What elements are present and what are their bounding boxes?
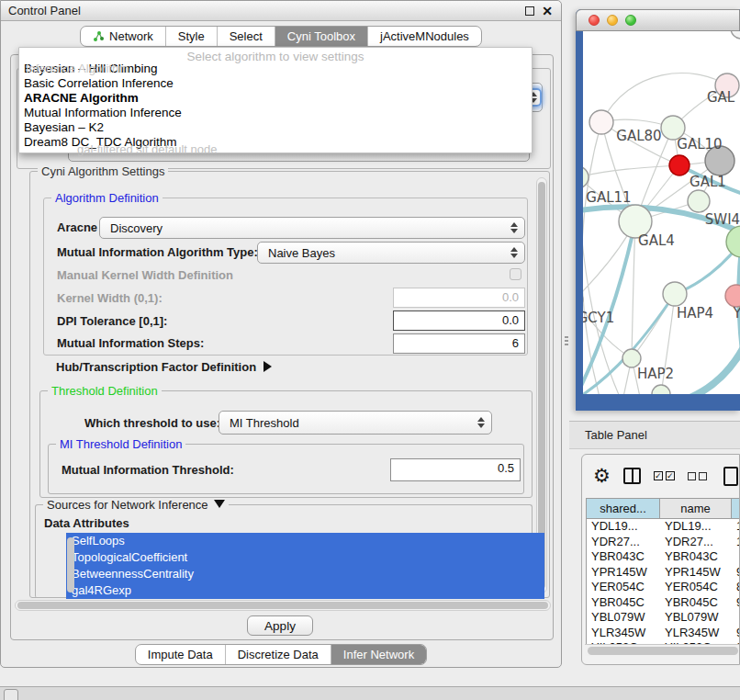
network-node[interactable] (731, 31, 740, 39)
control-panel-title: Control Panel (1, 4, 81, 17)
sources-title[interactable]: Sources for Network Inference (43, 498, 229, 512)
control-panel-titlebar[interactable]: Control Panel ✕ (1, 1, 561, 21)
network-graph: GALGAL80GAL10GAL1GAL11GAL4SWI4HAP4YGCY1H… (583, 31, 740, 394)
tab-discretize-data[interactable]: Discretize Data (226, 645, 331, 664)
algorithm-option[interactable]: Bayesian – Hill Climbing (19, 62, 532, 76)
algorithm-dropdown-popup: Select algorithm to view settings Bayesi… (18, 47, 533, 153)
network-node[interactable] (622, 349, 641, 367)
network-node[interactable] (663, 282, 687, 306)
attribute-list-item[interactable]: SelfLoops (66, 533, 544, 549)
network-node[interactable] (725, 285, 740, 307)
table-row[interactable]: YER054CYER054C8. (587, 580, 740, 595)
kernel-width-label: Kernel Width (0,1): (57, 291, 163, 305)
algorithm-option[interactable]: Dream8 DC_TDC Algorithm (19, 135, 532, 150)
table-row[interactable]: YLR345WYLR345W9. (587, 626, 740, 641)
attribute-list-item[interactable]: TopologicalCoefficient (66, 549, 544, 566)
data-attributes-list[interactable]: SelfLoopsTopologicalCoefficientBetweenne… (66, 533, 544, 599)
network-view-titlebar[interactable] (576, 9, 740, 31)
document-icon[interactable] (723, 467, 738, 486)
settings-vertical-scrollbar[interactable] (536, 177, 547, 593)
manual-kernel-checkbox[interactable] (510, 268, 521, 280)
float-window-icon[interactable] (525, 6, 534, 16)
table-cell: YDL19... (587, 519, 660, 535)
tab-style[interactable]: Style (166, 27, 218, 46)
table-cell: YLR345W (660, 626, 732, 641)
table-row[interactable]: YBR045CYBR045C9. (587, 595, 740, 611)
bottom-tabbar: Impute Data Discretize Data Infer Networ… (1, 644, 561, 665)
tab-jactivemnodules[interactable]: jActiveMNodules (368, 27, 481, 46)
table-row[interactable]: YPR145WYPR145W9. (587, 565, 740, 581)
mi-threshold-field[interactable]: 0.5 (390, 458, 521, 481)
unchecked-boxes-icon[interactable] (688, 472, 707, 480)
collapsed-panel-icon[interactable] (4, 689, 18, 700)
close-icon[interactable]: ✕ (542, 6, 553, 16)
table-row[interactable]: YBR043CYBR043C (587, 549, 740, 565)
table-panel-titlebar[interactable]: Table Panel (569, 421, 740, 449)
checked-boxes-icon[interactable]: ✓✓ (654, 471, 675, 480)
cyni-toolbox-page: Inference Algorithm gal-filtered sif def… (10, 54, 554, 640)
settings-horizontal-scrollbar[interactable] (15, 600, 551, 611)
screen: Control Panel ✕ Network Style Select C (0, 0, 740, 700)
table-row[interactable]: YDR27...YDR27...12 (587, 535, 740, 550)
attribute-list-item[interactable]: BetweennessCentrality (66, 566, 544, 582)
combo-up-arrow (510, 222, 518, 227)
gear-icon[interactable]: ⚙ (593, 467, 611, 485)
aracne-mode-combobox[interactable]: Discovery (99, 217, 525, 239)
splitpane-divider-grip[interactable] (565, 336, 568, 345)
hub-definition-label: Hub/Transcription Factor Definition (56, 360, 256, 374)
scrollbar-thumb[interactable] (588, 647, 738, 655)
tab-impute-data[interactable]: Impute Data (136, 645, 226, 664)
algorithm-option[interactable]: ARACNE Algorithm (19, 91, 532, 106)
split-columns-icon[interactable] (623, 468, 641, 484)
tab-select[interactable]: Select (218, 27, 275, 46)
network-node[interactable] (688, 190, 710, 212)
tab-cyni-toolbox[interactable]: Cyni Toolbox (275, 27, 368, 46)
network-node[interactable] (669, 155, 690, 175)
combo-down-arrow (477, 423, 485, 428)
network-node[interactable] (589, 110, 613, 134)
algorithm-option[interactable]: Basic Correlation Inference (19, 76, 532, 91)
tab-infer-network[interactable]: Infer Network (331, 645, 426, 664)
attribute-list-item[interactable]: gal4RGexp (66, 582, 544, 599)
table-horizontal-scrollbar[interactable] (585, 644, 740, 656)
scrollbar-thumb[interactable] (538, 182, 545, 589)
combo-down-arrow (510, 229, 518, 233)
close-traffic-light[interactable] (589, 15, 600, 26)
zoom-traffic-light[interactable] (625, 15, 636, 26)
network-edge[interactable] (583, 122, 601, 394)
tab-label: Cyni Toolbox (287, 29, 355, 43)
network-edge[interactable] (583, 299, 632, 358)
apply-button[interactable]: Apply (247, 615, 313, 636)
combo-value: Discovery (110, 221, 163, 235)
network-node[interactable] (726, 226, 740, 257)
scrollbar-thumb[interactable] (17, 602, 548, 609)
network-edge[interactable] (583, 165, 679, 177)
column-header[interactable]: A (732, 499, 740, 518)
list-scrollbar-thumb[interactable] (67, 537, 74, 593)
mi-steps-label: Mutual Information Steps: (57, 336, 204, 350)
column-header[interactable]: shared... (587, 499, 660, 518)
network-node[interactable] (652, 385, 670, 394)
algorithm-option[interactable]: Bayesian – K2 (19, 120, 532, 135)
dpi-tolerance-field[interactable]: 0.0 (393, 310, 525, 331)
table-cell: YER054C (660, 580, 732, 595)
tab-label: jActiveMNodules (380, 29, 469, 43)
manual-kernel-label: Manual Kernel Width Definition (57, 268, 233, 282)
network-edge-highlighted[interactable] (583, 221, 635, 394)
table-row[interactable]: YDL19...YDL19...13 (587, 519, 740, 535)
node-label: GAL1 (690, 174, 726, 190)
network-canvas[interactable]: GALGAL80GAL10GAL1GAL11GAL4SWI4HAP4YGCY1H… (583, 31, 740, 394)
mi-steps-field[interactable]: 6 (393, 333, 525, 354)
tab-network[interactable]: Network (81, 27, 166, 46)
mi-type-combobox[interactable]: Naive Bayes (257, 242, 525, 264)
apply-button-label: Apply (264, 619, 296, 633)
network-edge-highlighted[interactable] (680, 334, 740, 394)
hub-definition-toggle[interactable]: Hub/Transcription Factor Definition (56, 360, 272, 374)
algorithm-option[interactable]: Mutual Information Inference (19, 106, 532, 120)
kernel-width-field[interactable]: 0.0 (393, 288, 525, 308)
column-header[interactable]: name (660, 499, 732, 518)
minimize-traffic-light[interactable] (607, 15, 618, 26)
table-row[interactable]: YBL079WYBL079W (587, 610, 740, 626)
which-threshold-combobox[interactable]: MI Threshold (219, 411, 492, 435)
threshold-definition-group: Threshold Definition Which threshold to … (39, 390, 533, 498)
